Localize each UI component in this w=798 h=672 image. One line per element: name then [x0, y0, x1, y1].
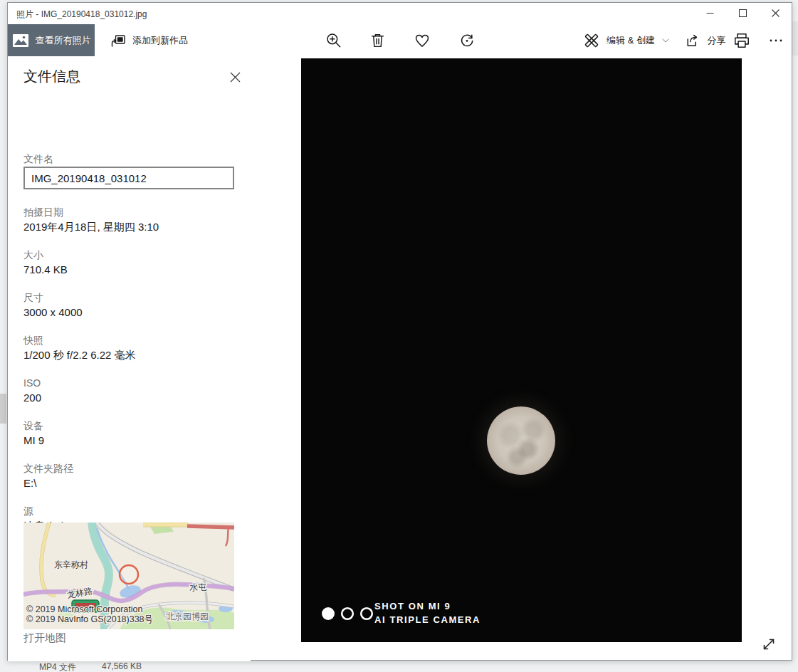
desktop-background: MP4 文件 47,566 KB 照片 - IMG_20190418_03101… — [0, 0, 798, 672]
map-copyright-line2: © 2019 NavInfo GS(2018)338号 — [26, 614, 153, 624]
watermark-line1: SHOT ON MI 9 — [374, 601, 451, 611]
field-value-device: MI 9 — [23, 434, 44, 446]
add-to-creation-icon — [110, 32, 127, 49]
map-label-road-right: 水屯 — [189, 582, 207, 592]
edit-create-button[interactable]: 编辑 & 创建 — [576, 24, 677, 56]
field-value-iso: 200 — [23, 392, 41, 404]
background-file-size: 47,566 KB — [102, 661, 142, 671]
expand-diagonal-icon — [761, 636, 777, 652]
rotate-button[interactable] — [453, 24, 481, 56]
toolbar: 查看所有照片 添加到新作品 — [8, 24, 792, 56]
maximize-button[interactable] — [726, 3, 759, 23]
field-value-size: 710.4 KB — [23, 263, 68, 275]
photo-gallery-icon — [12, 33, 29, 48]
chevron-down-icon — [661, 36, 671, 46]
share-label: 分享 — [708, 34, 726, 47]
map-label-village: 东辛称村 — [54, 560, 88, 569]
see-more-button[interactable] — [762, 24, 790, 56]
field-label-snapshot: 快照 — [23, 335, 43, 347]
share-icon — [684, 31, 702, 49]
minimize-button[interactable] — [693, 3, 726, 23]
file-info-panel: 文件信息 文件名 拍摄日期 2019年4月18日, 星期四 3:10 大小 71… — [8, 56, 251, 661]
ellipsis-icon — [767, 32, 784, 49]
edit-create-icon — [582, 31, 601, 50]
view-all-photos-button[interactable]: 查看所有照片 — [8, 24, 95, 56]
map-image: 东辛称村 龙林路 水屯 北京园博园 © 2019 Microsoft Corpo… — [23, 523, 234, 629]
panel-close-button[interactable] — [226, 68, 244, 86]
printer-icon — [733, 31, 751, 50]
field-label-source: 源 — [23, 505, 33, 518]
window-controls — [693, 3, 792, 24]
minimize-icon — [706, 9, 714, 17]
field-label-folder-path: 文件夹路径 — [23, 463, 73, 476]
map-location-marker — [120, 565, 138, 584]
background-window-edge — [792, 21, 798, 56]
close-icon — [772, 9, 779, 17]
field-label-dimensions: 尺寸 — [23, 292, 43, 305]
title-bar: 照片 - IMG_20190418_031012.jpg — [8, 3, 792, 24]
background-file-type: MP4 文件 — [39, 661, 76, 672]
map-label-park: 北京园博园 — [166, 611, 209, 621]
field-label-size: 大小 — [23, 249, 43, 262]
field-value-date-taken: 2019年4月18日, 星期四 3:10 — [23, 221, 159, 234]
field-value-snapshot: 1/200 秒 f/2.2 6.22 毫米 — [23, 349, 136, 362]
field-label-date-taken: 拍摄日期 — [23, 206, 63, 219]
trash-icon — [369, 31, 387, 49]
map-copyright-line1: © 2019 Microsoft Corporation — [26, 604, 143, 614]
share-button[interactable]: 分享 — [677, 24, 733, 56]
window-title: 照片 - IMG_20190418_031012.jpg — [16, 9, 147, 21]
print-button[interactable] — [728, 24, 756, 56]
field-label-iso: ISO — [23, 377, 41, 389]
zoom-button[interactable] — [320, 24, 348, 56]
heart-icon — [413, 31, 431, 50]
watermark-camera-dots — [321, 604, 375, 624]
photo-canvas[interactable]: SHOT ON MI 9 AI TRIPLE CAMERA — [301, 58, 742, 642]
field-value-dimensions: 3000 x 4000 — [23, 306, 83, 318]
photos-app-window: 照片 - IMG_20190418_031012.jpg — [7, 2, 792, 661]
rotate-icon — [458, 31, 476, 50]
add-to-creation-label: 添加到新作品 — [132, 34, 188, 47]
moon-image — [487, 406, 555, 475]
filename-input[interactable] — [23, 167, 234, 189]
field-value-folder-path: E:\ — [23, 477, 36, 489]
background-scrollbar-thumb — [0, 394, 6, 424]
edit-create-label: 编辑 & 创建 — [607, 34, 655, 47]
fullscreen-button[interactable] — [760, 635, 778, 653]
favorite-button[interactable] — [408, 24, 436, 56]
zoom-in-icon — [325, 31, 343, 50]
field-label-filename: 文件名 — [23, 153, 53, 166]
add-to-creation-button[interactable]: 添加到新作品 — [99, 24, 199, 56]
close-button[interactable] — [759, 3, 792, 23]
delete-button[interactable] — [363, 24, 392, 56]
view-all-photos-label: 查看所有照片 — [36, 34, 91, 47]
watermark-line2: AI TRIPLE CAMERA — [374, 614, 481, 625]
location-map[interactable]: 东辛称村 龙林路 水屯 北京园博园 © 2019 Microsoft Corpo… — [23, 523, 234, 629]
open-map-link[interactable]: 打开地图 — [23, 631, 66, 645]
panel-title: 文件信息 — [23, 67, 80, 86]
field-label-device: 设备 — [23, 420, 43, 433]
close-icon — [230, 72, 241, 83]
maximize-icon — [739, 9, 747, 17]
background-file-row: MP4 文件 47,566 KB — [0, 661, 798, 672]
